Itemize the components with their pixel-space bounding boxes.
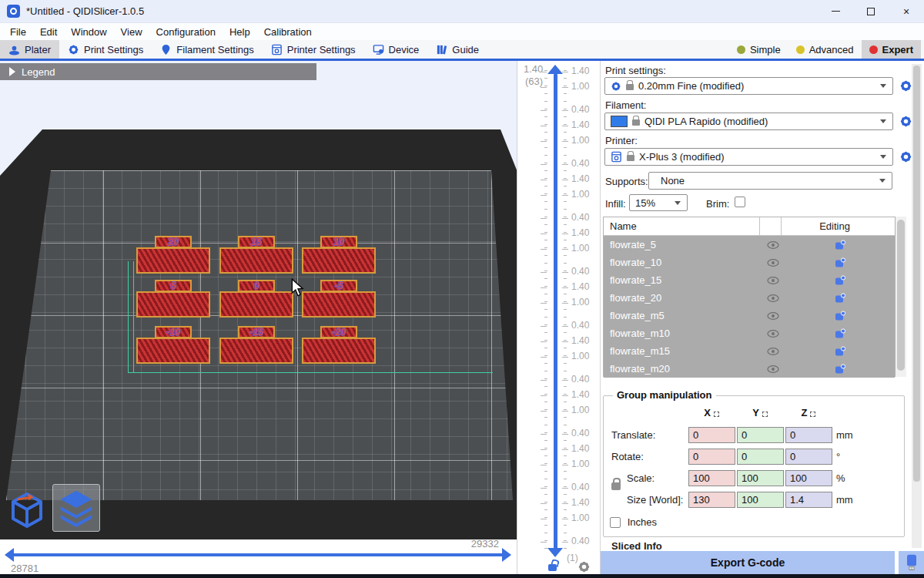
object-list-scrollbar[interactable] xyxy=(896,217,906,377)
printer-gear-button[interactable] xyxy=(899,150,912,163)
flowrate-plate[interactable]: 10 xyxy=(302,236,376,274)
eye-icon[interactable] xyxy=(767,259,779,267)
tab-plater[interactable]: Plater xyxy=(0,40,59,59)
flowrate-plate[interactable]: 20 xyxy=(136,236,210,274)
menu-item[interactable]: Configuration xyxy=(149,26,223,38)
mode-advanced[interactable]: Advanced xyxy=(788,40,862,59)
flowrate-plate[interactable]: 15 xyxy=(219,236,293,274)
print-settings-gear-button[interactable] xyxy=(899,79,912,92)
mode-simple[interactable]: Simple xyxy=(729,40,788,59)
tab-device[interactable]: Device xyxy=(364,40,428,59)
3d-viewport[interactable]: Legend 20 15 10 xyxy=(0,61,517,578)
maximize-button[interactable] xyxy=(853,0,889,22)
moves-slider-left-thumb[interactable] xyxy=(5,548,14,562)
menu-item[interactable]: View xyxy=(114,26,149,38)
menu-item[interactable]: Calibration xyxy=(257,26,319,38)
edit-settings-icon[interactable] xyxy=(835,346,845,357)
object-row[interactable]: flowrate_10 xyxy=(604,254,895,271)
slider-settings-gear-icon[interactable] xyxy=(578,560,591,573)
eye-icon[interactable] xyxy=(767,348,779,355)
edit-settings-icon[interactable] xyxy=(835,311,845,321)
edit-settings-icon[interactable] xyxy=(835,293,845,304)
z-value-input[interactable]: 0 xyxy=(785,427,832,443)
usb-drive-icon xyxy=(902,553,921,573)
legend-bar[interactable]: Legend xyxy=(0,63,316,80)
panel-scrollbar[interactable] xyxy=(912,64,922,548)
layer-slider-bottom-thumb[interactable] xyxy=(547,548,563,557)
mode-expert[interactable]: Expert xyxy=(862,40,921,59)
moves-slider-right-thumb[interactable] xyxy=(502,548,511,562)
chevron-down-icon xyxy=(880,119,886,123)
menu-item[interactable]: Edit xyxy=(33,26,64,38)
tab-guide[interactable]: Guide xyxy=(427,40,487,59)
tab-filament-settings[interactable]: Filament Settings xyxy=(152,40,262,59)
preview-layers-button[interactable] xyxy=(52,484,100,532)
edit-settings-icon[interactable] xyxy=(835,364,845,375)
menu-item[interactable]: Window xyxy=(64,26,113,38)
flowrate-plate[interactable]: -10 xyxy=(136,326,210,364)
object-row[interactable]: flowrate_20 xyxy=(604,289,895,307)
z-value-input[interactable]: 1.4 xyxy=(785,492,832,508)
object-row[interactable]: flowrate_m5 xyxy=(604,307,895,324)
tab-print-settings[interactable]: Print Settings xyxy=(59,40,152,59)
flowrate-plate[interactable]: -5 xyxy=(302,280,376,318)
y-value-input[interactable]: 0 xyxy=(737,449,784,465)
object-row[interactable]: flowrate_5 xyxy=(604,236,895,254)
x-value-input[interactable]: 0 xyxy=(688,449,735,465)
unlock-icon[interactable] xyxy=(548,564,557,571)
chevron-down-icon xyxy=(880,84,886,88)
layer-slider-track[interactable] xyxy=(554,73,557,549)
3d-editor-view-button[interactable] xyxy=(3,484,51,532)
x-value-input[interactable]: 0 xyxy=(688,427,735,443)
menu-item[interactable]: Help xyxy=(223,26,257,38)
edit-settings-icon[interactable] xyxy=(835,328,845,339)
filament-gear-button[interactable] xyxy=(899,115,912,128)
minimize-button[interactable] xyxy=(818,0,853,22)
eye-icon[interactable] xyxy=(767,365,779,373)
eye-icon[interactable] xyxy=(767,294,779,302)
object-row[interactable]: flowrate_15 xyxy=(604,271,895,289)
layer-slider-top-thumb[interactable] xyxy=(547,65,563,74)
z-value-input[interactable]: 0 xyxy=(785,449,832,465)
printer-icon xyxy=(611,151,622,163)
flowrate-plate[interactable]: 5 xyxy=(136,280,210,318)
edit-settings-icon[interactable] xyxy=(835,240,845,250)
y-value-input[interactable]: 0 xyxy=(737,427,784,443)
eye-icon[interactable] xyxy=(767,312,779,320)
flowrate-plate[interactable]: -15 xyxy=(219,326,293,364)
eye-icon[interactable] xyxy=(767,330,779,338)
flowrate-plate[interactable]: -20 xyxy=(302,326,376,364)
manipulation-row: Rotate: 0 0 0 ° xyxy=(604,449,904,465)
tab-printer-settings[interactable]: Printer Settings xyxy=(263,40,364,59)
layer-tick-label: 1.00 xyxy=(571,189,599,200)
x-value-input[interactable]: 100 xyxy=(688,470,735,486)
supports-combo[interactable]: None xyxy=(648,172,892,190)
menu-item[interactable]: File xyxy=(3,26,33,38)
eye-icon[interactable] xyxy=(767,277,779,284)
filament-combo[interactable]: QIDI PLA Rapido (modified) xyxy=(604,113,893,130)
export-gcode-button[interactable]: Export G-code xyxy=(601,551,895,574)
export-to-usb-button[interactable] xyxy=(899,551,924,574)
edit-settings-icon[interactable] xyxy=(835,257,845,268)
eye-icon[interactable] xyxy=(767,241,779,249)
edit-settings-icon[interactable] xyxy=(835,275,845,286)
object-row[interactable]: flowrate_m10 xyxy=(604,324,895,342)
brim-checkbox[interactable] xyxy=(735,197,745,207)
print-settings-combo[interactable]: 0.20mm Fine (modified) xyxy=(604,77,893,95)
z-value-input[interactable]: 100 xyxy=(785,470,832,486)
flowrate-plate[interactable]: 0 xyxy=(219,280,293,318)
uniform-scale-lock-icon[interactable] xyxy=(611,482,621,490)
layer-tick-label: 1.40 xyxy=(571,389,599,400)
close-button[interactable]: × xyxy=(889,0,924,22)
infill-combo[interactable]: 15% xyxy=(629,194,688,211)
moves-slider-track[interactable] xyxy=(12,553,504,556)
y-value-input[interactable]: 100 xyxy=(737,492,784,508)
layer-tick-label: 0.40 xyxy=(571,212,599,223)
inches-checkbox[interactable] xyxy=(610,517,621,528)
y-value-input[interactable]: 100 xyxy=(737,470,784,486)
object-row[interactable]: flowrate_m20 xyxy=(604,360,895,378)
printer-combo[interactable]: X-Plus 3 (modified) xyxy=(604,148,893,166)
object-row[interactable]: flowrate_m15 xyxy=(604,342,895,360)
x-value-input[interactable]: 130 xyxy=(688,492,735,508)
gear-icon xyxy=(611,81,621,92)
